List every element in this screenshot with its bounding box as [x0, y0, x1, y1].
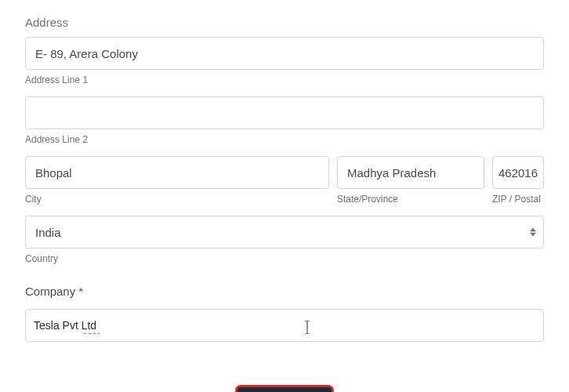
submit-form-button[interactable]: Submit Form — [237, 387, 332, 392]
city-input[interactable] — [25, 156, 329, 189]
address-line2-group: Address Line 2 — [25, 96, 544, 145]
state-input[interactable] — [337, 156, 484, 189]
city-group: City — [25, 156, 329, 205]
state-group: State/Province — [337, 156, 484, 205]
zip-group: ZIP / Postal — [492, 156, 544, 205]
country-group: India Country — [25, 216, 544, 264]
address-line1-sublabel: Address Line 1 — [25, 74, 544, 85]
submit-wrap: Submit Form — [25, 387, 544, 392]
city-sublabel: City — [25, 194, 329, 205]
address-line2-sublabel: Address Line 2 — [25, 134, 544, 145]
address-line1-group: Address Line 1 — [25, 37, 544, 85]
country-select[interactable]: India — [25, 216, 544, 249]
zip-input[interactable] — [492, 156, 544, 189]
company-label: Company * — [25, 285, 544, 298]
address-section: Address Address Line 1 Address Line 2 Ci… — [25, 16, 544, 264]
city-state-zip-row: City State/Province ZIP / Postal — [25, 156, 544, 205]
address-section-label: Address — [25, 16, 544, 29]
country-sublabel: Country — [25, 253, 544, 264]
address-line2-input[interactable] — [25, 96, 544, 129]
company-input-wrap — [25, 309, 544, 342]
company-input[interactable] — [25, 309, 544, 342]
state-sublabel: State/Province — [337, 194, 484, 205]
address-line1-input[interactable] — [25, 37, 544, 70]
company-section: Company * — [25, 285, 544, 342]
country-select-wrapper: India — [25, 216, 544, 249]
zip-sublabel: ZIP / Postal — [492, 194, 544, 205]
